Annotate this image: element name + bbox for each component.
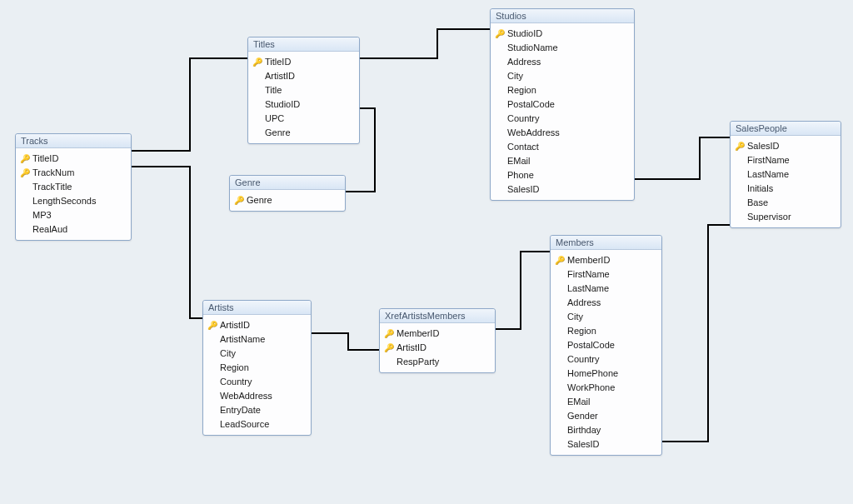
- field-workphone[interactable]: WorkPhone: [552, 381, 660, 395]
- table-header-genre[interactable]: Genre: [230, 176, 345, 190]
- field-genre[interactable]: 🔑Genre: [232, 193, 343, 207]
- field-firstname[interactable]: FirstName: [732, 153, 839, 167]
- field-country[interactable]: Country: [205, 375, 309, 389]
- field-titleid[interactable]: 🔑TitleID: [17, 152, 129, 166]
- field-region[interactable]: Region: [492, 83, 632, 97]
- field-city[interactable]: City: [492, 69, 632, 83]
- field-country[interactable]: Country: [492, 112, 632, 126]
- field-label: Region: [506, 84, 536, 97]
- table-header-members[interactable]: Members: [551, 236, 661, 250]
- table-genre[interactable]: Genre 🔑Genre: [229, 175, 346, 212]
- table-salespeople[interactable]: SalesPeople 🔑SalesID FirstName LastName …: [730, 121, 841, 228]
- field-homephone[interactable]: HomePhone: [552, 367, 660, 381]
- field-supervisor[interactable]: Supervisor: [732, 210, 839, 224]
- field-genre[interactable]: Genre: [250, 126, 357, 140]
- field-memberid[interactable]: 🔑MemberID: [552, 253, 660, 267]
- field-label: WebAddress: [506, 127, 560, 139]
- field-studioname[interactable]: StudioName: [492, 41, 632, 55]
- table-header-artists[interactable]: Artists: [203, 301, 311, 315]
- field-respparty[interactable]: RespParty: [382, 355, 493, 369]
- field-salesid[interactable]: SalesID: [492, 182, 632, 197]
- field-region[interactable]: Region: [205, 361, 309, 375]
- field-email[interactable]: EMail: [552, 395, 660, 409]
- table-members[interactable]: Members 🔑MemberID FirstName LastName Add…: [550, 235, 662, 456]
- field-artistname[interactable]: ArtistName: [205, 332, 309, 347]
- field-label: RespParty: [395, 356, 439, 368]
- field-tracknum[interactable]: 🔑TrackNum: [17, 166, 129, 180]
- field-salesid[interactable]: 🔑SalesID: [732, 139, 839, 153]
- table-tracks[interactable]: Tracks 🔑TitleID 🔑TrackNum TrackTitle Len…: [15, 133, 132, 241]
- field-webaddress[interactable]: WebAddress: [205, 389, 309, 403]
- field-realaud[interactable]: RealAud: [17, 222, 129, 237]
- field-postalcode[interactable]: PostalCode: [492, 97, 632, 112]
- field-upc[interactable]: UPC: [250, 112, 357, 126]
- field-label: Gender: [566, 410, 598, 422]
- field-city[interactable]: City: [552, 310, 660, 324]
- field-postalcode[interactable]: PostalCode: [552, 338, 660, 352]
- table-header-xref[interactable]: XrefArtistsMembers: [380, 309, 495, 323]
- field-birthday[interactable]: Birthday: [552, 423, 660, 437]
- field-label: LastName: [746, 168, 789, 181]
- field-label: StudioID: [263, 98, 300, 111]
- field-label: ArtistID: [263, 70, 295, 82]
- field-salesid[interactable]: SalesID: [552, 437, 660, 452]
- relationship-lines: [0, 0, 853, 504]
- field-address[interactable]: Address: [552, 296, 660, 310]
- field-address[interactable]: Address: [492, 55, 632, 69]
- field-label: SalesID: [506, 183, 540, 196]
- field-studioid[interactable]: 🔑StudioID: [492, 27, 632, 41]
- table-body-tracks: 🔑TitleID 🔑TrackNum TrackTitle LengthSeco…: [16, 148, 131, 240]
- field-label: RealAud: [31, 223, 67, 236]
- field-label: TitleID: [263, 56, 291, 68]
- field-label: ArtistID: [218, 319, 250, 332]
- field-mp3[interactable]: MP3: [17, 208, 129, 222]
- field-label: FirstName: [746, 154, 790, 167]
- key-icon: 🔑: [207, 319, 218, 332]
- field-titleid[interactable]: 🔑TitleID: [250, 55, 357, 69]
- key-icon: 🔑: [494, 27, 506, 40]
- field-label: TrackNum: [31, 167, 74, 179]
- field-tracktitle[interactable]: TrackTitle: [17, 180, 129, 194]
- field-lastname[interactable]: LastName: [552, 282, 660, 296]
- field-memberid[interactable]: 🔑MemberID: [382, 327, 493, 341]
- field-label: Country: [566, 353, 600, 366]
- field-artistid[interactable]: 🔑ArtistID: [205, 318, 309, 332]
- field-contact[interactable]: Contact: [492, 140, 632, 154]
- field-gender[interactable]: Gender: [552, 409, 660, 423]
- table-xref[interactable]: XrefArtistsMembers 🔑MemberID 🔑ArtistID R…: [379, 308, 496, 373]
- field-label: ArtistID: [395, 342, 426, 354]
- field-label: EntryDate: [218, 404, 261, 417]
- table-titles[interactable]: Titles 🔑TitleID ArtistID Title StudioID …: [247, 37, 360, 144]
- field-phone[interactable]: Phone: [492, 168, 632, 182]
- field-firstname[interactable]: FirstName: [552, 267, 660, 282]
- field-country[interactable]: Country: [552, 352, 660, 367]
- field-label: City: [566, 311, 583, 323]
- field-title[interactable]: Title: [250, 83, 357, 97]
- field-base[interactable]: Base: [732, 196, 839, 210]
- table-header-salespeople[interactable]: SalesPeople: [731, 122, 841, 136]
- field-label: SalesID: [746, 140, 780, 152]
- table-artists[interactable]: Artists 🔑ArtistID ArtistName City Region…: [202, 300, 312, 436]
- table-header-studios[interactable]: Studios: [491, 9, 634, 23]
- table-header-tracks[interactable]: Tracks: [16, 134, 131, 148]
- field-label: UPC: [263, 112, 284, 125]
- field-label: Address: [566, 297, 601, 309]
- field-label: Birthday: [566, 424, 601, 437]
- field-lastname[interactable]: LastName: [732, 167, 839, 182]
- diagram-canvas[interactable]: Tracks 🔑TitleID 🔑TrackNum TrackTitle Len…: [0, 0, 853, 504]
- table-header-titles[interactable]: Titles: [248, 37, 359, 52]
- field-leadsource[interactable]: LeadSource: [205, 417, 309, 432]
- field-city[interactable]: City: [205, 347, 309, 361]
- field-entrydate[interactable]: EntryDate: [205, 403, 309, 417]
- field-email[interactable]: EMail: [492, 154, 632, 168]
- key-icon: 🔑: [252, 56, 263, 68]
- field-studioid[interactable]: StudioID: [250, 97, 357, 112]
- field-webaddress[interactable]: WebAddress: [492, 126, 632, 140]
- field-artistid[interactable]: ArtistID: [250, 69, 357, 83]
- field-region[interactable]: Region: [552, 324, 660, 338]
- field-artistid[interactable]: 🔑ArtistID: [382, 341, 493, 355]
- field-label: SalesID: [566, 438, 600, 451]
- table-studios[interactable]: Studios 🔑StudioID StudioName Address Cit…: [490, 8, 635, 201]
- field-initials[interactable]: Initials: [732, 182, 839, 196]
- field-lengthseconds[interactable]: LengthSeconds: [17, 194, 129, 208]
